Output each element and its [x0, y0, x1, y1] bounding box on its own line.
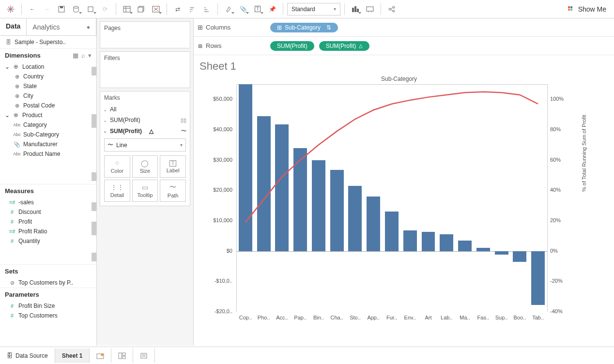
globe-icon: ⊕ [14, 74, 20, 80]
sets-header: Sets [0, 264, 96, 278]
meas-profit-ratio[interactable]: =#Profit Ratio [0, 227, 96, 236]
highlight-icon[interactable] [222, 2, 235, 16]
number-icon: # [9, 238, 15, 244]
marks-path[interactable]: 〜Path [160, 180, 186, 202]
svg-point-22 [389, 8, 391, 10]
parameters-header: Parameters [0, 288, 96, 301]
pill-sum-profit-1[interactable]: SUM(Profit) [270, 41, 314, 51]
rows-icon: ≣ [198, 42, 203, 49]
dim-state[interactable]: ⊕State [0, 81, 96, 91]
show-me-button[interactable]: Show Me [564, 5, 610, 13]
sets-tree: ⊘Top Customers by P.. [0, 278, 96, 288]
clear-sheet-icon[interactable] [149, 2, 163, 16]
marks-detail[interactable]: ⋮⋮Detail [104, 180, 130, 202]
new-worksheet-icon[interactable] [120, 2, 134, 16]
dim-product[interactable]: ⌄♼Product [0, 110, 96, 120]
show-mark-labels-icon[interactable]: T [251, 2, 264, 16]
dim-postal[interactable]: ⊕Postal Code [0, 101, 96, 110]
share-icon[interactable] [385, 2, 399, 16]
set-top-customers[interactable]: ⊘Top Customers by P.. [0, 278, 96, 288]
new-data-source-icon[interactable] [69, 2, 83, 16]
meas-quantity[interactable]: #Quantity [0, 236, 96, 246]
rows-shelf[interactable]: ≣Rows SUM(Profit) SUM(Profit)△ [194, 37, 614, 55]
marks-color[interactable]: ⁘Color [104, 155, 130, 178]
marks-size[interactable]: ◯Size [132, 155, 158, 178]
scrollbar-thumb[interactable] [92, 114, 96, 128]
pin-icon[interactable]: 📌 [265, 2, 279, 16]
y-left-tick: $40,000 [200, 126, 234, 132]
tab-sheet-1[interactable]: Sheet 1 [55, 349, 90, 363]
mark-type-select[interactable]: 〜Line▾ [104, 138, 186, 152]
dim-sub-category[interactable]: AbcSub-Category [0, 130, 96, 139]
meas-discount[interactable]: #Discount [0, 207, 96, 217]
x-tick-label: Art [421, 315, 436, 320]
marks-tooltip[interactable]: ▭Tooltip [132, 180, 158, 202]
menu-caret-icon[interactable]: ▾ [88, 52, 92, 59]
param-top-customers[interactable]: #Top Customers [0, 311, 96, 320]
data-source-item[interactable]: 🗄Sample - Supersto.. [0, 36, 96, 48]
refresh-icon[interactable]: ⟳ [98, 2, 112, 16]
fit-select[interactable]: Standard [287, 3, 340, 15]
globe-icon: ⊕ [14, 83, 20, 90]
svg-rect-8 [123, 6, 130, 12]
filters-card[interactable]: Filters [100, 51, 190, 88]
save-icon[interactable] [55, 2, 68, 16]
group-icon[interactable]: 📎 [236, 2, 250, 16]
line-series[interactable] [236, 84, 547, 312]
columns-shelf[interactable]: ⊞Columns ⊞Sub-Category⇅ [194, 18, 614, 37]
meas-nsales[interactable]: =#-sales [0, 197, 96, 207]
new-worksheet-tab[interactable] [90, 349, 111, 363]
new-dashboard-tab[interactable] [111, 349, 133, 363]
measures-tree: =#-sales #Discount #Profit =#Profit Rati… [0, 197, 96, 264]
svg-rect-28 [570, 6, 572, 8]
x-tick-label: Acc.. [274, 315, 290, 320]
size-icon: ◯ [141, 159, 149, 167]
dim-category[interactable]: AbcCategory [0, 120, 96, 130]
sort-desc-icon[interactable] [200, 2, 214, 16]
path-icon: 〜 [169, 183, 176, 192]
x-tick-label: Pho.. [256, 315, 272, 320]
marks-sum-profit-bar[interactable]: ⌄SUM(Profit)▯▯ [100, 115, 190, 125]
y-right-tick: 20% [550, 217, 561, 223]
search-icon[interactable]: ⌕ [81, 52, 85, 59]
scrollbar-thumb[interactable] [92, 67, 96, 76]
dimensions-header: Dimensions▦⌕▾ [0, 48, 96, 62]
swap-icon[interactable]: ⇄ [171, 2, 184, 16]
tab-analytics[interactable]: Analytics◆ [27, 18, 96, 35]
dim-country[interactable]: ⊕Country [0, 72, 96, 81]
param-profit-bin-size[interactable]: #Profit Bin Size [0, 301, 96, 311]
datasource-icon: 🗄 [7, 352, 13, 359]
tab-data-source[interactable]: 🗄Data Source [0, 349, 55, 363]
dim-city[interactable]: ⊕City [0, 91, 96, 101]
dim-location[interactable]: ⌄♼Location [0, 62, 96, 72]
scrollbar-thumb[interactable] [92, 222, 96, 235]
x-tick-label: Lab.. [439, 315, 454, 320]
tableau-logo[interactable] [4, 2, 17, 16]
new-story-tab[interactable] [133, 349, 155, 363]
dim-manufacturer[interactable]: 📎Manufacturer [0, 139, 96, 149]
pages-card[interactable]: Pages [100, 21, 190, 48]
y-left-tick: $20,000 [200, 187, 234, 193]
meas-profit[interactable]: #Profit [0, 217, 96, 227]
sheet-title[interactable]: Sheet 1 [200, 60, 607, 73]
marks-label[interactable]: TLabel [160, 155, 186, 178]
forward-icon[interactable]: → [40, 2, 54, 16]
marks-all[interactable]: ⌄All [100, 104, 190, 115]
back-icon[interactable]: ← [26, 2, 39, 16]
show-cards-icon[interactable] [349, 2, 362, 16]
sort-asc-icon[interactable] [185, 2, 199, 16]
pause-auto-updates-icon[interactable] [84, 2, 97, 16]
y-left-tick: $0 [200, 248, 234, 254]
scrollbar-thumb[interactable] [92, 172, 96, 181]
duplicate-sheet-icon[interactable] [135, 2, 148, 16]
dim-product-name[interactable]: AbcProduct Name [0, 149, 96, 159]
tab-data[interactable]: Data [0, 18, 27, 35]
number-icon: # [9, 219, 15, 225]
scrollbar-thumb[interactable] [92, 253, 96, 261]
pill-sub-category[interactable]: ⊞Sub-Category⇅ [270, 23, 338, 32]
presentation-mode-icon[interactable] [363, 2, 377, 16]
scrollbar-thumb[interactable] [92, 202, 96, 211]
pill-sum-profit-2[interactable]: SUM(Profit)△ [319, 41, 370, 51]
marks-sum-profit-line[interactable]: ⌄SUM(Profit) △〜 [100, 125, 190, 136]
view-as-icon[interactable]: ▦ [73, 52, 78, 59]
